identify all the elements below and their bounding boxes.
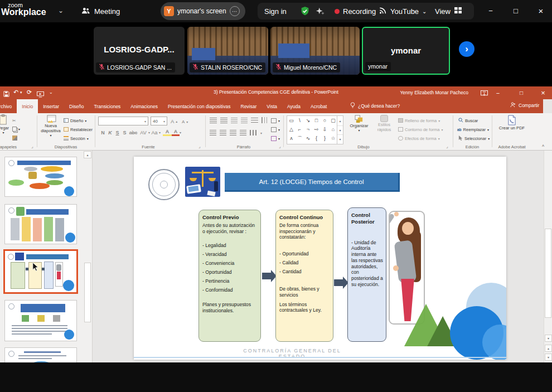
participant-tile[interactable]: LOSRIOS-GADP... LOSRIOS-GADP SAN ... — [94, 27, 185, 75]
layout-button[interactable]: Diseño▾ — [64, 117, 86, 124]
grow-font-button[interactable]: A▴ — [171, 117, 177, 125]
tab-presentacion[interactable]: Presentación con diapositivas — [163, 99, 235, 113]
participant-tile[interactable]: STALIN ROSERO/CNC — [187, 27, 268, 75]
ai-sparkle-icon[interactable] — [316, 7, 325, 18]
tab-transiciones[interactable]: Transiciones — [89, 99, 125, 113]
security-shield-icon[interactable] — [300, 6, 310, 18]
ppt-close-button[interactable]: × — [534, 86, 552, 99]
copy-button[interactable]: ▾ — [12, 125, 20, 133]
next-slide-button[interactable]: ▾ — [545, 354, 552, 361]
next-participants-button[interactable]: › — [459, 41, 474, 57]
share-button[interactable]: Compartir — [510, 102, 539, 109]
participant-tile[interactable]: Miguel Moreno/CNC — [270, 27, 360, 75]
align-text-menu[interactable]: ▾ — [271, 125, 280, 133]
ribbon-display-icon[interactable] — [481, 89, 488, 99]
view-button[interactable]: View — [435, 3, 462, 20]
current-slide-canvas[interactable]: Art. 12 (LOCGE) Tiempos de Control Contr… — [134, 157, 506, 360]
ppt-minimize-button[interactable]: − — [491, 86, 505, 99]
previous-slide-button[interactable]: ▴ — [545, 345, 552, 352]
slide-scrollbar-handle[interactable] — [545, 229, 551, 318]
thumb-scroll-up-button[interactable]: ▴ — [84, 151, 91, 158]
shape-effects-button[interactable]: Efectos de forma▾ — [398, 134, 440, 142]
tab-diseno[interactable]: Diseño — [64, 99, 89, 113]
slide-thumbnail-4[interactable] — [4, 300, 77, 341]
slide-thumbnail-3-selected[interactable] — [3, 249, 78, 294]
control-continuo-box[interactable]: Control Continuo De forma continua inspe… — [275, 210, 333, 342]
shape-scribble[interactable]: ʌ — [287, 134, 296, 143]
format-painter-button[interactable] — [12, 134, 17, 142]
gallery-down-button[interactable]: ▾ — [337, 125, 343, 134]
youtube-live-button[interactable]: YouTube ⌄ — [379, 3, 427, 20]
strikethrough-button[interactable]: abc — [128, 130, 138, 135]
decrease-indent-button[interactable] — [231, 118, 238, 123]
presenter-woman-illustration[interactable] — [389, 211, 425, 325]
tell-me-search[interactable]: ¿Qué desea hacer? — [350, 102, 400, 110]
thumb-scrollbar-handle[interactable] — [84, 263, 91, 322]
arrange-button[interactable]: Organizar ▾ — [347, 115, 371, 132]
slide-scrollbar[interactable]: ▾ ▴ ▾ — [544, 151, 552, 362]
font-name-combo[interactable]: ▾ — [98, 117, 148, 125]
shape-ellipse[interactable]: ○ — [321, 116, 329, 125]
tab-animaciones[interactable]: Animaciones — [125, 99, 163, 113]
find-button[interactable]: Buscar — [458, 117, 478, 124]
cut-button[interactable]: ✂ — [12, 117, 16, 124]
gallery-more-button[interactable]: ▾ — [337, 134, 343, 143]
tab-acrobat[interactable]: Acrobat — [306, 99, 332, 113]
shape-arrow-right[interactable]: ⇨ — [312, 125, 321, 134]
align-left-button[interactable] — [210, 130, 216, 135]
align-center-button[interactable] — [220, 130, 226, 135]
control-previo-box[interactable]: Control Previo Antes de su autorización … — [198, 210, 261, 342]
drawing-dialog-launcher[interactable]: ⌟ — [446, 144, 448, 149]
shape-elbow1[interactable]: ⌐ — [296, 125, 304, 134]
gallery-up-button[interactable]: ▴ — [337, 116, 343, 125]
text-shadow-button[interactable]: S — [121, 130, 128, 135]
replace-button[interactable]: ab Reemplazar▾ — [457, 125, 489, 133]
screen-share-pill[interactable]: Y ymonar's screen ⋯ — [161, 2, 245, 20]
maximize-button[interactable]: □ — [507, 0, 524, 21]
tab-vista[interactable]: Vista — [262, 99, 282, 113]
shapes-gallery[interactable]: ▭ \ ↘ □ ○ ▢ △ ⌐ ¬ ⇨ ⇩ ⌂ ʌ ⌒ — [287, 115, 343, 144]
scroll-down-button[interactable]: ▾ — [545, 335, 552, 342]
slide-title-banner[interactable]: Art. 12 (LOCGE) Tiempos de Control — [225, 173, 400, 192]
cge-seal-logo[interactable] — [148, 169, 180, 200]
chevron-down-icon[interactable]: ⌄ — [56, 6, 66, 16]
bold-button[interactable]: N — [99, 130, 106, 135]
tab-inicio[interactable]: Inicio — [17, 99, 38, 113]
slide-thumbnail-1[interactable] — [4, 157, 77, 197]
text-direction-menu[interactable]: ▾ — [271, 117, 280, 124]
font-color-button[interactable]: A — [172, 129, 180, 136]
shape-curve[interactable]: ∿ — [304, 134, 312, 143]
shape-rounded-rect[interactable]: ▢ — [329, 116, 337, 125]
clipboard-dialog-launcher[interactable]: ⌟ — [31, 144, 33, 149]
shape-brace-left[interactable]: { — [312, 134, 321, 143]
numbering-button[interactable] — [220, 118, 227, 123]
align-right-button[interactable] — [230, 130, 236, 135]
new-slide-button[interactable]: Nueva diapositiva ▾ — [39, 115, 62, 137]
shape-arrow-down[interactable]: ⇩ — [321, 125, 329, 134]
character-spacing-button[interactable]: AV — [138, 130, 148, 135]
columns-button[interactable] — [250, 130, 257, 135]
ppt-restore-button[interactable]: □ — [514, 86, 529, 99]
slide-thumbnail-5[interactable] — [4, 347, 77, 362]
section-button[interactable]: Sección▾ — [64, 134, 89, 142]
bullets-button[interactable] — [210, 118, 217, 123]
more-options-icon[interactable]: ⋯ — [230, 6, 240, 16]
participant-tile-active-speaker[interactable]: ymonar ymonar — [362, 27, 450, 75]
quick-styles-button[interactable]: Estilos rápidos — [372, 115, 396, 132]
italic-button[interactable]: K — [106, 130, 114, 135]
shape-outline-button[interactable]: Contorno de forma▾ — [398, 125, 443, 133]
shape-star[interactable]: ☆ — [329, 134, 337, 143]
shape-textbox[interactable]: ▭ — [287, 116, 296, 125]
minimize-button[interactable]: − — [482, 0, 499, 21]
shape-arrow[interactable]: ↘ — [304, 116, 312, 125]
highlight-color-button[interactable]: A — [163, 129, 172, 136]
line-spacing-button[interactable] — [251, 118, 258, 123]
shape-fill-button[interactable]: Relleno de forma▾ — [398, 117, 440, 124]
shape-rectangle[interactable]: □ — [312, 116, 321, 125]
shape-brace-right[interactable]: } — [321, 134, 329, 143]
select-button[interactable]: Seleccionar▾ — [458, 134, 490, 142]
increase-indent-button[interactable] — [241, 118, 248, 123]
underline-button[interactable]: S — [114, 130, 121, 135]
tab-revisar[interactable]: Revisar — [236, 99, 262, 113]
paste-button[interactable]: Pegar ▾ — [0, 114, 13, 134]
